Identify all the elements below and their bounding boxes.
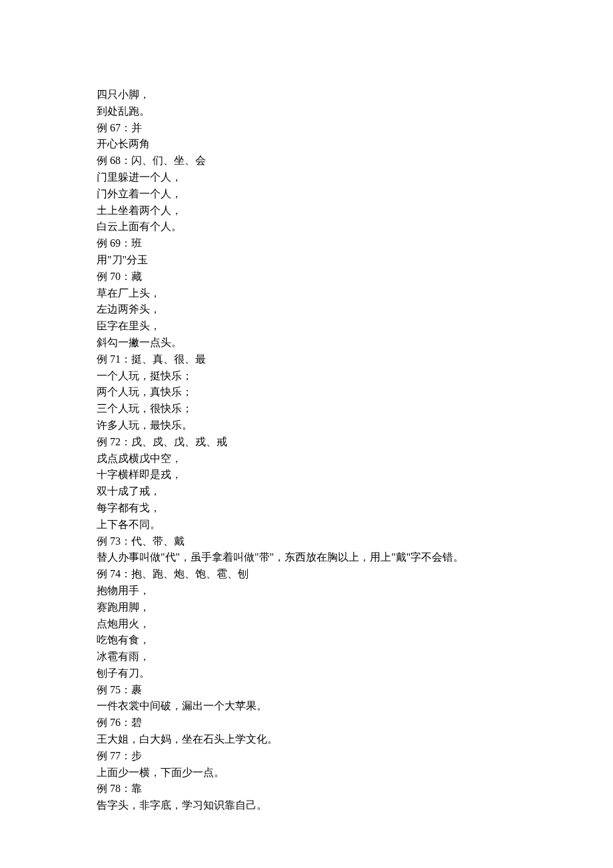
text-line: 例 73：代、带、戴 [97, 533, 516, 550]
text-line: 每字都有戈， [97, 500, 516, 517]
text-line: 上下各不同。 [97, 517, 516, 533]
text-line: 例 76：碧 [97, 715, 516, 731]
text-line: 例 75：裹 [97, 682, 516, 699]
text-line: 例 77：步 [97, 748, 516, 765]
text-line: 冰雹有雨， [97, 649, 516, 665]
text-line: 用"刀"分玉 [97, 252, 516, 269]
text-line: 例 74：抱、跑、炮、饱、雹、刨 [97, 566, 516, 583]
text-line: 草在厂上头， [97, 285, 516, 302]
text-line: 三个人玩，很快乐； [97, 401, 516, 417]
text-line: 臣字在里头， [97, 318, 516, 335]
text-line: 斜勾一撇一点头。 [97, 335, 516, 351]
text-line: 土上坐着两个人， [97, 203, 516, 219]
text-line: 白云上面有个人。 [97, 219, 516, 235]
text-line: 抱物用手， [97, 583, 516, 599]
text-line: 十字横样即是戎， [97, 467, 516, 483]
text-line: 点炮用火， [97, 616, 516, 633]
text-line: 例 72：戌、戍、戊、戎、戒 [97, 434, 516, 451]
text-line: 门里躲进一个人， [97, 169, 516, 186]
text-line: 许多人玩，最快乐。 [97, 417, 516, 434]
text-line: 例 70：藏 [97, 269, 516, 285]
text-line: 刨子有刀。 [97, 665, 516, 682]
text-line: 王大姐，白大妈，坐在石头上学文化。 [97, 731, 516, 748]
text-line: 替人办事叫做"代"，虽手拿着叫做"带"，东西放在胸以上，用上"戴"字不会错。 [97, 549, 516, 566]
text-line: 上面少一横，下面少一点。 [97, 765, 516, 781]
text-line: 到处乱跑。 [97, 103, 516, 120]
text-line: 例 78：靠 [97, 781, 516, 797]
text-line: 例 71：挺、真、很、最 [97, 351, 516, 368]
text-line: 四只小脚， [97, 87, 516, 103]
text-line: 门外立着一个人， [97, 186, 516, 203]
text-line: 告字头，非字底，学习知识靠自己。 [97, 797, 516, 814]
text-line: 例 67：并 [97, 120, 516, 137]
text-line: 两个人玩，真快乐； [97, 384, 516, 401]
text-line: 一件衣裳中间破，漏出一个大苹果。 [97, 698, 516, 715]
document-content: 四只小脚， 到处乱跑。 例 67：并 开心长两角 例 68：闪、们、坐、会 门里… [97, 87, 516, 814]
text-line: 开心长两角 [97, 136, 516, 153]
text-line: 双十成了戒， [97, 483, 516, 500]
text-line: 例 69：班 [97, 235, 516, 252]
text-line: 赛跑用脚， [97, 599, 516, 616]
text-line: 例 68：闪、们、坐、会 [97, 153, 516, 169]
text-line: 左边两斧头， [97, 301, 516, 318]
text-line: 吃饱有食， [97, 632, 516, 649]
text-line: 一个人玩，挺快乐； [97, 368, 516, 385]
text-line: 戌点戍横戊中空， [97, 451, 516, 467]
